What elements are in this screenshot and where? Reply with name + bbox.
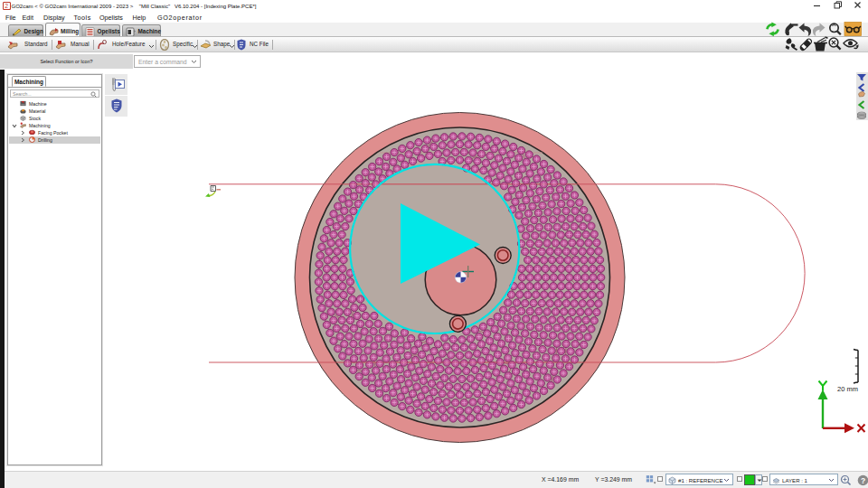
svg-text:20 mm: 20 mm	[837, 385, 858, 393]
svg-text:2: 2	[5, 3, 8, 9]
svg-text:?: ?	[861, 476, 865, 485]
